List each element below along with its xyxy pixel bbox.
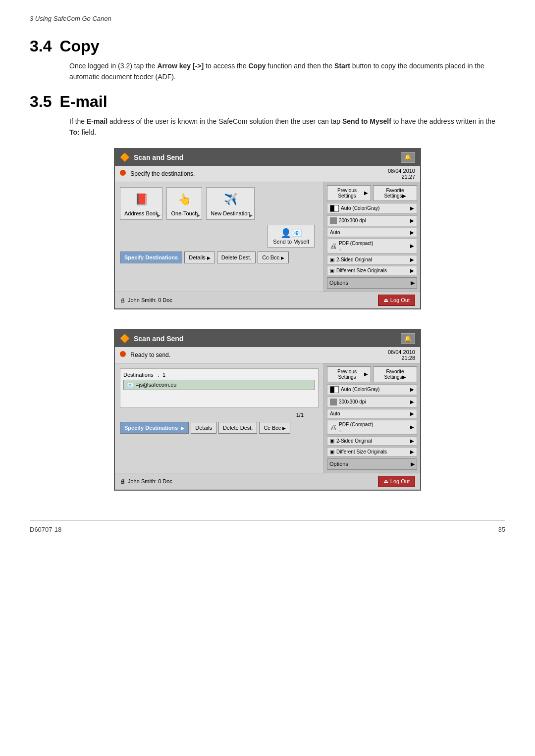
diff-size-setting-2[interactable]: ▣ Different Size Originals ▶ (327, 447, 417, 456)
bell-icon-2: 🔔 (401, 333, 415, 344)
section-35-number: 3.5 (30, 93, 52, 111)
new-destination-icon: ✈️ (221, 191, 239, 208)
details-button-1[interactable]: Details▶ (184, 252, 215, 263)
address-book-button[interactable]: 📕 Address Book ▶ (120, 187, 162, 220)
cc-bcc-button-2[interactable]: Cc Bcc▶ (259, 422, 290, 434)
pdf-setting-1[interactable]: 🖨 PDF (Compact)↓ ▶ (327, 239, 417, 253)
dpi-setting-2[interactable]: 300x300 dpi ▶ (327, 397, 417, 407)
two-sided-setting-2[interactable]: ▣ 2-Sided Original ▶ (327, 436, 417, 446)
send-to-myself-button[interactable]: 👤📧 Send to Myself (268, 225, 315, 248)
page-footer: D60707-18 35 (30, 520, 505, 533)
arrow-diffsize: ▶ (410, 268, 414, 273)
scan-send-icon-1: 🔶 (120, 152, 130, 162)
arrow-dpi: ▶ (410, 218, 414, 223)
bell-icon-1: 🔔 (401, 152, 415, 163)
arrow-options: ▶ (411, 280, 415, 286)
right-panel-2: Previous Settings▶ Favorite Settings▶ Au… (323, 363, 420, 473)
user-icon-2: 🖨 (120, 478, 125, 484)
status-dot-1 (120, 170, 126, 176)
arrow-2sided2: ▶ (410, 438, 414, 444)
cc-bcc-button-1[interactable]: Cc Bcc▶ (258, 252, 289, 263)
pdf-setting-2[interactable]: 🖨 PDF (Compact)↓ ▶ (327, 420, 417, 435)
details-button-2[interactable]: Details (191, 422, 216, 434)
grid-icon-1 (330, 217, 337, 224)
options-button-2[interactable]: Options ▶ (327, 458, 417, 470)
delete-dest-button-1[interactable]: Delete Dest. (217, 252, 256, 263)
device-footer-1: 🖨 John Smith: 0 Doc ⏏ Log Out (115, 292, 420, 308)
two-sided-setting-1[interactable]: ▣ 2-Sided Original ▶ (327, 255, 417, 264)
page-header: 3 Using SafeCom Go Canon (30, 15, 505, 22)
favorite-settings-button-2[interactable]: Favorite Settings▶ (373, 366, 417, 382)
destination-entry: 📧 =js@safecom.eu (123, 380, 315, 390)
color-setting-2[interactable]: Auto (Color/Gray) ▶ (327, 384, 417, 395)
device-panel-2: 🔶 Scan and Send 🔔 Ready to send. 08/04 2… (114, 329, 421, 491)
footer-user-2: 🖨 John Smith: 0 Doc (120, 478, 172, 484)
arrow-fav: ▶ (402, 193, 406, 199)
arrow-pdf2: ▶ (410, 424, 414, 430)
arrow-fav2: ▶ (402, 374, 406, 380)
arrow-prev: ▶ (364, 190, 368, 196)
pdf-icon-2: 🖨 (330, 423, 337, 431)
panel1-header-title: Scan and Send (134, 153, 397, 161)
device-panel-1: 🔶 Scan and Send 🔔 Specify the destinatio… (114, 148, 421, 309)
section-34: 3.4 Copy Once logged in (3.2) tap the Ar… (30, 37, 505, 83)
delete-dest-button-2[interactable]: Delete Dest. (218, 422, 258, 434)
arrow-ccbcc: ▶ (281, 255, 284, 260)
new-destination-button[interactable]: ✈️ New Destination ▶ (206, 187, 255, 220)
favorite-settings-button-1[interactable]: Favorite Settings▶ (373, 185, 417, 201)
two-sided-icon: ▣ (330, 257, 334, 262)
one-touch-icon: 👆 (175, 191, 193, 208)
section-34-title: Copy (59, 37, 99, 55)
user-icon-1: 🖨 (120, 297, 125, 303)
specify-destinations-button-2[interactable]: Specify Destinations ▶ (120, 422, 189, 434)
datetime-2: 08/04 201021:28 (388, 349, 415, 361)
previous-settings-button-2[interactable]: Previous Settings▶ (327, 366, 371, 382)
diff-size-icon2: ▣ (330, 449, 334, 454)
arrow-icon: ▶ (249, 213, 253, 218)
device-footer-2: 🖨 John Smith: 0 Doc ⏏ Log Out (115, 473, 420, 490)
arrow-options2: ▶ (411, 461, 415, 467)
logout-icon-1: ⏏ (383, 297, 388, 303)
log-out-button-2[interactable]: ⏏ Log Out (378, 476, 415, 487)
destinations-label: Destinations : 1 (123, 372, 315, 378)
diff-size-icon: ▣ (330, 268, 334, 273)
section-34-body: Once logged in (3.2) tap the Arrow key [… (69, 60, 505, 83)
arrow-pdf: ▶ (410, 243, 414, 249)
action-bar-2: Specify Destinations ▶ Details Delete De… (120, 422, 319, 434)
arrow-auto2: ▶ (410, 411, 414, 416)
color-setting-1[interactable]: Auto (Color/Gray) ▶ (327, 203, 417, 214)
status-bar-2: Ready to send. 08/04 201021:28 (115, 347, 420, 363)
icon-grid-1: 📕 Address Book ▶ 👆 One-Touch ▶ ✈️ New De… (120, 187, 319, 220)
arrow-ccbcc2: ▶ (282, 426, 286, 431)
one-touch-button[interactable]: 👆 One-Touch ▶ (166, 187, 202, 220)
doc-id: D60707-18 (30, 526, 61, 533)
status-text-1: Specify the destinations. (130, 170, 195, 177)
footer-user-1: 🖨 John Smith: 0 Doc (120, 297, 172, 303)
section-34-number: 3.4 (30, 37, 52, 55)
dpi-setting-1[interactable]: 300x300 dpi ▶ (327, 215, 417, 226)
page-counter: 1/1 (120, 412, 304, 418)
specify-destinations-button[interactable]: Specify Destinations (120, 252, 182, 263)
datetime-1: 08/04 201021:27 (388, 168, 415, 180)
arrow-icon: ▶ (157, 213, 160, 218)
email-icon: 📧 (127, 382, 134, 388)
auto-setting-1[interactable]: Auto ▶ (327, 228, 417, 237)
options-button-1[interactable]: Options ▶ (327, 277, 417, 289)
section-35: 3.5 E-mail If the E-mail address of the … (30, 93, 505, 138)
arrow-details: ▶ (207, 255, 211, 260)
arrow-2sided: ▶ (410, 257, 414, 262)
settings-top-row-1: Previous Settings▶ Favorite Settings▶ (327, 185, 417, 201)
log-out-button-1[interactable]: ⏏ Log Out (378, 295, 415, 306)
arrow-specify: ▶ (181, 426, 184, 431)
arrow-diffsize2: ▶ (410, 449, 414, 454)
two-sided-icon2: ▣ (330, 438, 334, 444)
address-book-icon: 📕 (132, 191, 150, 208)
auto-setting-2[interactable]: Auto ▶ (327, 409, 417, 418)
send-myself-row: 👤📧 Send to Myself (120, 225, 315, 248)
diff-size-setting-1[interactable]: ▣ Different Size Originals ▶ (327, 266, 417, 275)
previous-settings-button-1[interactable]: Previous Settings▶ (327, 185, 371, 201)
arrow-icon: ▶ (197, 213, 200, 218)
settings-top-row-2: Previous Settings▶ Favorite Settings▶ (327, 366, 417, 382)
arrow-prev2: ▶ (364, 371, 368, 377)
arrow-color: ▶ (410, 205, 414, 211)
